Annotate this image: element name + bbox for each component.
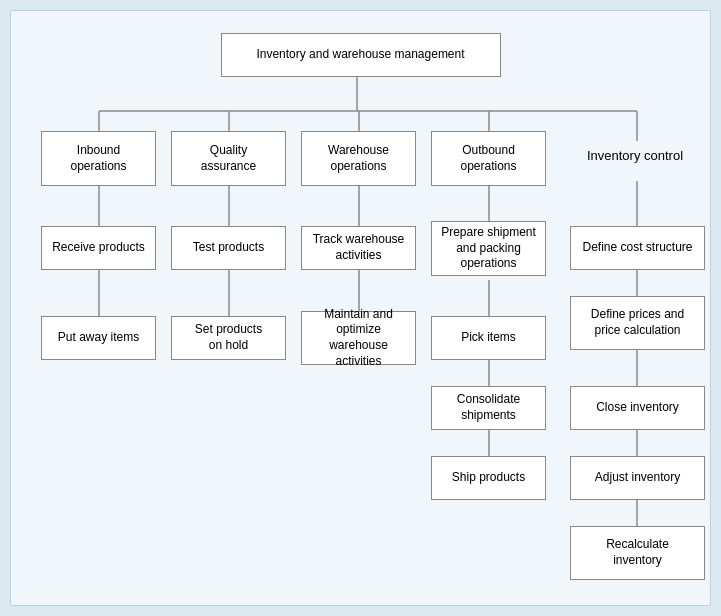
node-ship: Ship products — [431, 456, 546, 500]
node-prepare: Prepare shipmentand packingoperations — [431, 221, 546, 276]
node-receive: Receive products — [41, 226, 156, 270]
cat-outbound: Outboundoperations — [431, 131, 546, 186]
cat-inbound: Inboundoperations — [41, 131, 156, 186]
node-defcost: Define cost structure — [570, 226, 705, 270]
node-defprice: Define prices andprice calculation — [570, 296, 705, 350]
cat-warehouse: Warehouseoperations — [301, 131, 416, 186]
node-maintain: Maintain andoptimize warehouseactivities — [301, 311, 416, 365]
node-putaway: Put away items — [41, 316, 156, 360]
node-adjustinv: Adjust inventory — [570, 456, 705, 500]
node-consolidate: Consolidateshipments — [431, 386, 546, 430]
node-test: Test products — [171, 226, 286, 270]
node-sethold: Set productson hold — [171, 316, 286, 360]
cat-quality: Qualityassurance — [171, 131, 286, 186]
node-recalc: Recalculateinventory — [570, 526, 705, 580]
root-node: Inventory and warehouse management — [221, 33, 501, 77]
outer-container: Inventory and warehouse management — [0, 0, 721, 616]
node-track: Track warehouseactivities — [301, 226, 416, 270]
cat-inventory: Inventory control — [566, 131, 704, 181]
inner-container: Inventory and warehouse management — [10, 10, 711, 606]
node-pick: Pick items — [431, 316, 546, 360]
node-closeinv: Close inventory — [570, 386, 705, 430]
root-label: Inventory and warehouse management — [256, 47, 464, 63]
